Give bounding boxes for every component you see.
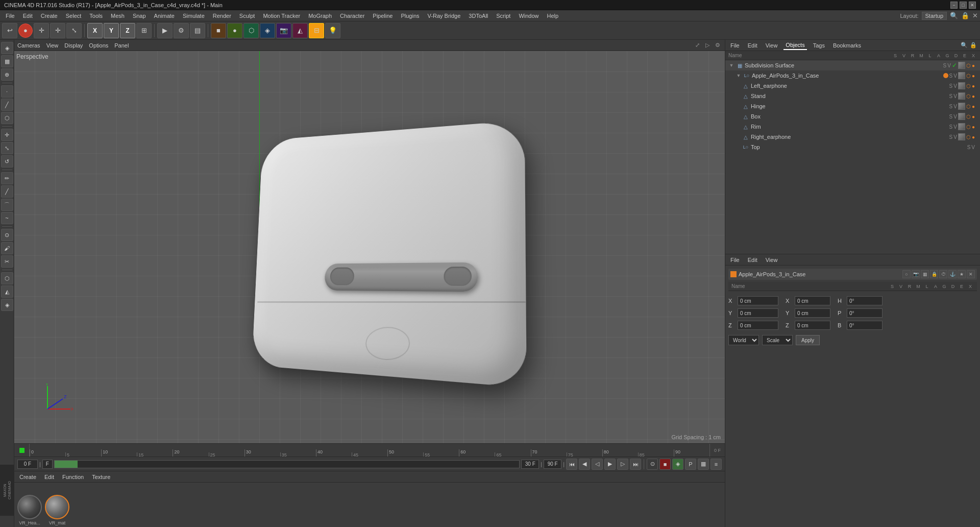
knife-tool-left[interactable]: ✂ — [1, 255, 13, 268]
subdiv-s[interactable]: S — [943, 63, 947, 68]
viewport-render-icon[interactable]: ▷ — [703, 41, 712, 50]
object-row-top[interactable]: L○ Top S V — [725, 142, 980, 152]
step-back-btn[interactable]: ◁ — [592, 459, 603, 470]
model-mode-btn[interactable]: ◈ — [1, 42, 13, 54]
menu-mesh[interactable]: Mesh — [107, 12, 128, 20]
menu-select[interactable]: Select — [62, 12, 85, 20]
coord-y-input[interactable]: 0 cm — [738, 308, 778, 318]
viewport-tab-display[interactable]: Display — [64, 42, 83, 49]
floor-object[interactable]: ⊟ — [309, 23, 324, 38]
motion-clip-btn[interactable]: ▦ — [698, 459, 709, 470]
world-dropdown[interactable]: World Object — [728, 335, 759, 345]
scale-tool-button[interactable]: ⤡ — [66, 23, 82, 38]
play-forward-btn[interactable]: ▶ — [604, 459, 616, 470]
coord-x-input[interactable]: 0 cm — [738, 296, 778, 305]
frame-marker-input[interactable] — [42, 460, 53, 469]
spline-tool-left[interactable]: ~ — [1, 212, 13, 224]
move-tool-button[interactable]: ✛ — [50, 23, 65, 38]
current-frame-input[interactable] — [17, 460, 38, 469]
coord-y2-input[interactable]: 0 cm — [795, 308, 830, 318]
ri-v[interactable]: V — [953, 124, 957, 130]
magnet-tool-left[interactable]: ⊙ — [1, 229, 13, 241]
obj-tab-edit[interactable]: Edit — [746, 41, 760, 50]
obj-tab-file[interactable]: File — [728, 41, 742, 50]
object-row-airpods-group[interactable]: ▼ L○ Apple_AirPods_3_in_Case S V ⬡ ● — [725, 70, 980, 81]
lamp-icon[interactable]: 💡 — [325, 23, 340, 38]
tp-s[interactable]: S — [967, 145, 971, 150]
render-settings[interactable]: ⚙ — [174, 23, 189, 38]
play-reverse-btn[interactable]: ◀ — [579, 459, 590, 470]
timeline-ruler[interactable]: 0 5 10 15 20 25 30 35 40 45 50 55 60 65 … — [14, 443, 725, 457]
coord-z2-input[interactable]: 0 cm — [795, 321, 830, 330]
materials-btn-left[interactable]: ⬡ — [1, 272, 13, 284]
arc-tool-left[interactable]: ⌒ — [1, 199, 13, 211]
re-s[interactable]: S — [949, 134, 953, 140]
goto-start-btn[interactable]: ⏮ — [566, 459, 577, 470]
object-mode-z[interactable]: Z — [120, 23, 135, 38]
deformer-btn-left[interactable]: ◭ — [1, 285, 13, 298]
le-v[interactable]: V — [953, 83, 957, 89]
coord-p-input[interactable]: 0° — [847, 308, 883, 318]
menu-snap[interactable]: Snap — [129, 12, 150, 20]
render-end-frame[interactable] — [544, 460, 561, 469]
object-row-right-earphone[interactable]: △ Right_earphone S V ⬡ ● — [725, 132, 980, 142]
le-material-swatch[interactable] — [958, 82, 965, 89]
attr-lock-icon[interactable]: 🔒 — [930, 270, 938, 278]
stop-btn[interactable]: ■ — [659, 459, 671, 470]
object-row-left-earphone[interactable]: △ Left_earphone S V ⬡ ● — [725, 81, 980, 91]
menu-character[interactable]: Character — [336, 12, 368, 20]
search-icon[interactable]: 🔍 — [961, 42, 968, 49]
viewport-maximize-icon[interactable]: ⤢ — [693, 41, 701, 50]
re-v[interactable]: V — [953, 134, 957, 140]
coord-system-button[interactable]: ⊞ — [136, 23, 152, 38]
object-mode-x[interactable]: X — [87, 23, 103, 38]
attr-cam-icon[interactable]: 📷 — [912, 270, 920, 278]
settings-icon[interactable]: 🔒 — [970, 42, 977, 49]
st-v[interactable]: V — [953, 93, 957, 99]
hi-s[interactable]: S — [949, 104, 953, 109]
coord-z-input[interactable]: 0 cm — [738, 321, 778, 330]
object-mode-y[interactable]: Y — [104, 23, 119, 38]
scale-tool-left[interactable]: ⤡ — [1, 142, 13, 154]
menu-mograph[interactable]: MoGraph — [305, 12, 335, 20]
viewport-settings-icon[interactable]: ⚙ — [714, 41, 722, 50]
obj-tab-view[interactable]: View — [764, 41, 780, 50]
viewport-tab-cameras[interactable]: Cameras — [17, 42, 40, 49]
menu-plugins[interactable]: Plugins — [397, 12, 423, 20]
obj-tab-bookmarks[interactable]: Bookmarks — [831, 41, 863, 50]
undo-button[interactable]: ↩ — [2, 23, 17, 38]
attr-anim-icon[interactable]: ⏱ — [939, 270, 947, 278]
mat-tab-create[interactable]: Create — [17, 473, 38, 481]
close-button[interactable]: ✕ — [969, 2, 976, 9]
ri-material-swatch[interactable] — [958, 123, 965, 130]
le-s[interactable]: S — [949, 83, 953, 89]
expand-subdivision[interactable]: ▼ — [728, 62, 734, 68]
layout-value[interactable]: Startup — [922, 12, 947, 20]
pen-tool-left[interactable]: ✏ — [1, 172, 13, 184]
polygons-mode-btn[interactable]: ⬡ — [1, 112, 13, 124]
brush-tool-left[interactable]: 🖌 — [1, 242, 13, 254]
bx-material-swatch[interactable] — [958, 113, 965, 120]
menu-simulate[interactable]: Simulate — [179, 12, 208, 20]
timeline-btn[interactable]: ≡ — [710, 459, 722, 470]
layout-lock-icon[interactable]: 🔒 — [961, 12, 969, 19]
move-tool-left[interactable]: ✛ — [1, 129, 13, 141]
bx-v[interactable]: V — [953, 114, 957, 119]
attr-tab-file[interactable]: File — [728, 256, 742, 264]
menu-tools[interactable]: Tools — [86, 12, 106, 20]
material-vr-head[interactable]: VR_Hea... — [17, 495, 42, 525]
key-all-btn[interactable]: ◈ — [672, 459, 683, 470]
grp-v[interactable]: V — [953, 73, 957, 79]
attr-vis-icon[interactable]: ○ — [902, 270, 911, 278]
object-row-subdivision[interactable]: ▼ ▦ Subdivision Surface S V ✓ ⬡ ● — [725, 60, 980, 70]
step-forward-btn[interactable]: ▷ — [617, 459, 628, 470]
minimize-button[interactable]: − — [950, 2, 958, 9]
viewport-tab-panel[interactable]: Panel — [114, 42, 129, 49]
cube-object[interactable]: ■ — [211, 23, 226, 38]
scale-dropdown[interactable]: Scale — [762, 335, 793, 345]
object-row-stand[interactable]: △ Stand S V ⬡ ● — [725, 91, 980, 101]
render-active-view[interactable]: ▶ — [157, 23, 173, 38]
mat-tab-texture[interactable]: Texture — [90, 473, 112, 481]
cylinder-object[interactable]: ⬡ — [243, 23, 259, 38]
menu-vray-bridge[interactable]: V-Ray Bridge — [424, 12, 464, 20]
